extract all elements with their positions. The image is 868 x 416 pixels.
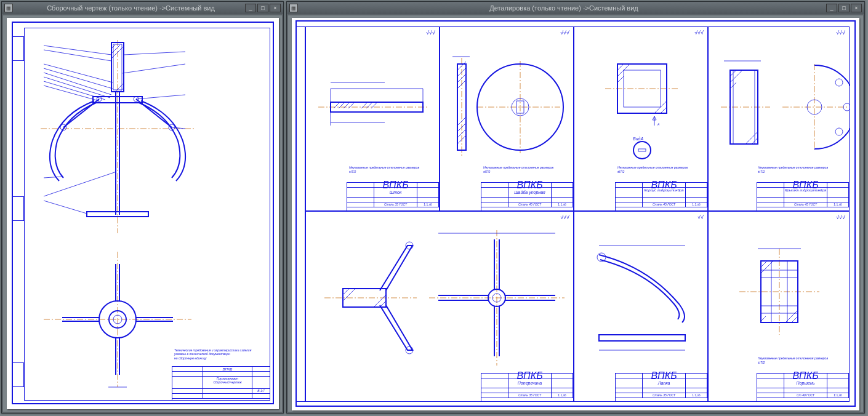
assembly-window: ▦ Сборочный чертеж (только чтение) ->Сис…	[1, 1, 284, 414]
svg-line-36	[136, 95, 185, 99]
close-button[interactable]: ×	[851, 4, 862, 12]
detail-cell-shtok: √√√	[305, 26, 440, 211]
svg-line-15	[136, 99, 172, 127]
svg-line-54	[344, 102, 350, 108]
svg-line-53	[339, 102, 345, 108]
svg-line-34	[124, 52, 185, 55]
titlebar[interactable]: ▦ Сборочный чертеж (только чтение) ->Сис…	[2, 2, 283, 14]
svg-rect-92	[638, 149, 646, 151]
svg-line-35	[123, 64, 185, 73]
detail-cell-lapka: √√ ВПКБ Лапка Сталь 35 ГОСТ1:1,зб	[574, 211, 708, 402]
svg-line-10	[115, 83, 124, 92]
maximize-button[interactable]: □	[838, 4, 850, 12]
technical-notes: Технические требования и характеристики …	[174, 348, 260, 361]
svg-line-55	[348, 102, 355, 108]
svg-line-87	[661, 107, 667, 113]
svg-line-139	[761, 261, 767, 267]
minimize-button[interactable]: _	[245, 4, 256, 12]
maximize-button[interactable]: □	[257, 4, 268, 12]
svg-point-104	[835, 79, 843, 86]
detail-cell-shaiba: √√√	[440, 26, 574, 211]
title-block: ВПКБ ГрузозахватСборочный чертеж В 1:7	[172, 366, 270, 401]
svg-line-142	[792, 316, 798, 322]
svg-rect-130	[599, 335, 685, 341]
svg-line-24	[44, 50, 111, 61]
detail-cell-poperechina: √√√	[305, 211, 574, 402]
svg-line-52	[334, 102, 340, 108]
drawing-canvas[interactable]: √√√	[288, 15, 863, 412]
svg-line-58	[371, 102, 377, 108]
svg-line-7	[111, 45, 120, 54]
svg-line-141	[761, 316, 766, 321]
detail-cell-kryshka: √√√	[708, 26, 850, 211]
drawing-sheet: √√√	[292, 18, 859, 410]
svg-line-102	[745, 132, 758, 144]
svg-line-99	[730, 70, 742, 82]
svg-line-33	[44, 201, 87, 214]
svg-point-91	[633, 142, 651, 159]
svg-line-14	[63, 99, 99, 127]
close-button[interactable]: ×	[270, 4, 281, 12]
svg-line-111	[343, 289, 355, 301]
svg-line-110	[343, 289, 349, 295]
svg-line-23	[44, 46, 111, 55]
window-title: Деталировка (только чтение) ->Системный …	[302, 4, 826, 12]
svg-line-57	[366, 102, 372, 108]
detail-cell-korpus: √√√ А	[574, 26, 708, 211]
drawing-canvas[interactable]: Технические требования и характеристики …	[3, 15, 282, 412]
svg-text:А: А	[657, 122, 660, 126]
drawing-sheet: Технические требования и характеристики …	[7, 18, 279, 409]
svg-line-29	[44, 81, 105, 100]
svg-line-31	[44, 177, 62, 178]
svg-line-26	[44, 68, 113, 89]
svg-point-106	[835, 128, 843, 135]
details-window: ▦ Деталировка (только чтение) ->Системны…	[286, 1, 865, 414]
svg-line-86	[617, 76, 624, 82]
system-menu-icon[interactable]: ▦	[289, 4, 298, 12]
svg-line-84	[617, 64, 624, 70]
minimize-button[interactable]: _	[826, 4, 837, 12]
detail-cell-porshen: √√√ Неуказанные предельные отклонени	[708, 211, 850, 402]
svg-line-25	[44, 64, 113, 82]
window-title: Сборочный чертеж (только чтение) ->Систе…	[17, 4, 245, 12]
svg-line-56	[361, 102, 368, 108]
titlebar[interactable]: ▦ Деталировка (только чтение) ->Системны…	[287, 2, 864, 14]
system-menu-icon[interactable]: ▦	[4, 4, 13, 12]
